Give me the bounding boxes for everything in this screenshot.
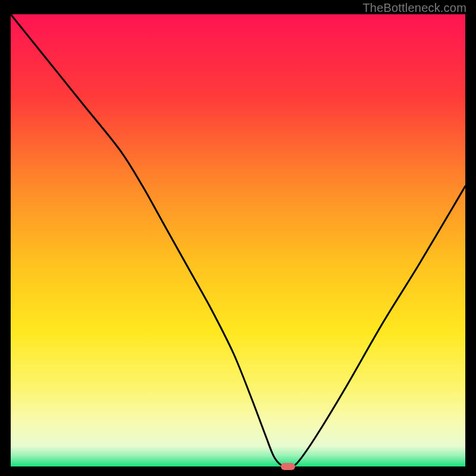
chart-frame: TheBottleneck.com — [0, 0, 476, 476]
plot-area — [11, 14, 465, 466]
gradient-background — [11, 14, 465, 466]
optimal-marker — [281, 463, 295, 470]
plot-svg — [11, 14, 465, 466]
watermark-text: TheBottleneck.com — [362, 1, 466, 15]
